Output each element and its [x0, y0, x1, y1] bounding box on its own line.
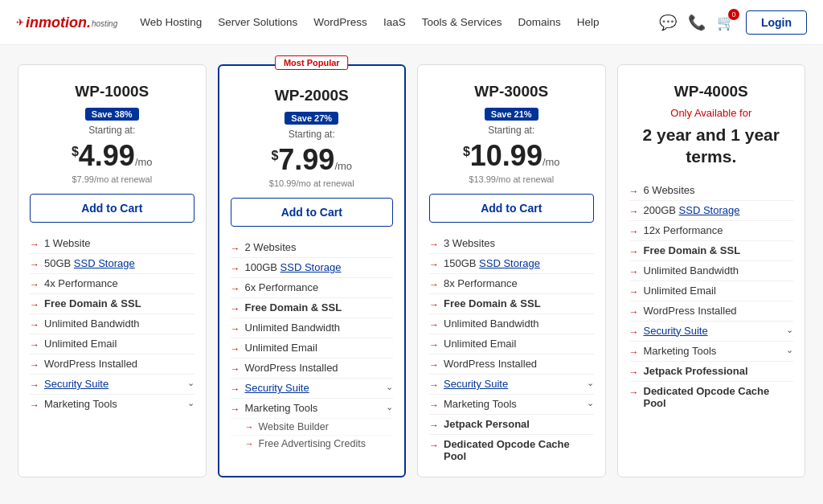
chevron-icon-wp-1000s-8[interactable]: ⌄ [187, 398, 194, 408]
logo-brand: inmotion. [26, 15, 91, 30]
chevron-icon-wp-2000s-7[interactable]: ⌄ [386, 382, 393, 392]
feature-item-wp-2000s-6: → WordPress Installed [231, 358, 394, 378]
feature-item-wp-4000s-3: → Free Domain & SSL [629, 240, 794, 260]
arrow-icon: → [429, 400, 439, 411]
arrow-icon: → [429, 259, 439, 270]
arrow-icon: → [30, 299, 39, 310]
arrow-icon: → [231, 343, 240, 354]
login-button[interactable]: Login [746, 10, 807, 35]
arrow-icon: → [629, 226, 639, 237]
arrow-icon: → [429, 299, 439, 310]
plans-grid: WP-1000SSave 38%Starting at:$4.99/mo$7.9… [18, 64, 805, 477]
feature-item-wp-3000s-2: → 8x Performance [429, 273, 594, 293]
phone-icon[interactable]: 📞 [688, 14, 706, 31]
starting-label-wp-3000s: Starting at: [429, 125, 594, 136]
add-to-cart-wp-3000s[interactable]: Add to Cart [429, 194, 594, 223]
feature-item-wp-3000s-0: → 3 Websites [429, 234, 594, 253]
save-badge-wp-1000s: Save 38% [85, 108, 139, 121]
chevron-icon-wp-3000s-7[interactable]: ⌄ [587, 378, 594, 388]
nav-domains[interactable]: Domains [518, 16, 560, 28]
price-wp-1000s: 4.99 [79, 139, 135, 172]
feature-link-wp-3000s-7[interactable]: Security Suite [444, 378, 508, 390]
nav-tools[interactable]: Tools & Services [422, 16, 502, 28]
arrow-icon: → [629, 306, 639, 318]
feature-link-wp-4000s-1[interactable]: SSD Storage [679, 204, 740, 216]
feature-item-wp-1000s-0: → 1 Website [30, 234, 194, 253]
feature-item-wp-2000s-2: → 6x Performance [231, 277, 394, 297]
sub-arrow-icon: → [245, 422, 254, 432]
arrow-icon: → [429, 319, 439, 330]
arrow-icon: → [629, 326, 639, 338]
starting-label-wp-2000s: Starting at: [231, 129, 394, 140]
nav-iaas[interactable]: IaaS [383, 16, 406, 28]
feature-item-wp-2000s-3: → Free Domain & SSL [231, 297, 394, 318]
arrow-icon: → [231, 283, 240, 294]
plan-name-wp-4000s: WP-4000S [629, 83, 794, 100]
arrow-icon: → [629, 206, 639, 217]
renewal-wp-2000s: $10.99/mo at renewal [231, 178, 394, 188]
save-badge-wp-2000s: Save 27% [285, 112, 338, 125]
feature-link-wp-1000s-7[interactable]: Security Suite [44, 378, 109, 390]
feature-link-wp-3000s-1[interactable]: SSD Storage [479, 257, 540, 269]
chevron-icon-wp-1000s-7[interactable]: ⌄ [187, 378, 194, 388]
arrow-icon: → [231, 303, 240, 314]
arrow-icon: → [30, 319, 39, 330]
chevron-icon-wp-2000s-8[interactable]: ⌄ [386, 402, 393, 412]
feature-item-wp-2000s-0: → 2 Websites [231, 238, 394, 257]
cart-icon[interactable]: 🛒0 [717, 14, 735, 31]
nav-web-hosting[interactable]: Web Hosting [140, 16, 202, 28]
arrow-icon: → [231, 323, 240, 334]
feature-link-wp-1000s-1[interactable]: SSD Storage [74, 257, 135, 269]
feature-item-wp-3000s-6: → WordPress Installed [429, 354, 594, 374]
arrow-icon: → [629, 346, 639, 358]
feature-list-wp-2000s: → 2 Websites → 100GB SSD Storage → 6x Pe… [231, 238, 394, 452]
nav-help[interactable]: Help [577, 16, 600, 28]
nav-wordpress[interactable]: WordPress [313, 16, 367, 28]
chevron-icon-wp-3000s-8[interactable]: ⌄ [587, 398, 594, 408]
feature-item-wp-1000s-4: → Unlimited Bandwidth [30, 313, 194, 334]
chevron-icon-wp-4000s-8[interactable]: ⌄ [786, 345, 793, 355]
arrow-icon: → [629, 387, 639, 398]
plan-name-wp-3000s: WP-3000S [429, 83, 594, 100]
feature-link-wp-2000s-1[interactable]: SSD Storage [280, 261, 342, 273]
feature-item-wp-3000s-1: → 150GB SSD Storage [429, 253, 594, 273]
feature-item-wp-3000s-9: → Jetpack Personal [429, 414, 594, 434]
chat-icon[interactable]: 💬 [659, 14, 677, 31]
nav-server-solutions[interactable]: Server Solutions [218, 16, 297, 28]
feature-item-wp-4000s-7: → Security Suite ⌄ [629, 321, 794, 341]
feature-item-wp-1000s-7: → Security Suite ⌄ [30, 374, 194, 394]
feature-item-wp-2000s-8: → Marketing Tools ⌄ [231, 398, 394, 418]
add-to-cart-wp-2000s[interactable]: Add to Cart [231, 198, 394, 227]
arrow-icon: → [429, 440, 439, 451]
feature-item-wp-1000s-8: → Marketing Tools ⌄ [30, 394, 194, 414]
arrow-icon: → [231, 404, 240, 415]
arrow-icon: → [30, 259, 39, 270]
feature-item-wp-4000s-8: → Marketing Tools ⌄ [629, 341, 794, 361]
logo[interactable]: ✈ inmotion. hosting [16, 15, 117, 30]
feature-item-wp-1000s-2: → 4x Performance [30, 273, 194, 293]
chevron-icon-wp-4000s-7[interactable]: ⌄ [786, 325, 793, 335]
feature-item-wp-3000s-8: → Marketing Tools ⌄ [429, 394, 594, 414]
feature-link-wp-4000s-7[interactable]: Security Suite [644, 325, 708, 337]
feature-item-wp-3000s-3: → Free Domain & SSL [429, 293, 594, 313]
plan-card-wp-4000s: WP-4000SOnly Available for2 year and 1 y… [617, 64, 806, 477]
feature-item-wp-4000s-5: → Unlimited Email [629, 281, 794, 301]
popular-badge: Most Popular [275, 55, 349, 70]
feature-item-wp-2000s-4: → Unlimited Bandwidth [231, 318, 394, 338]
plan-name-wp-2000s: WP-2000S [231, 87, 394, 104]
feature-item-wp-2000s-1: → 100GB SSD Storage [231, 257, 394, 277]
renewal-wp-1000s: $7.99/mo at renewal [30, 174, 194, 184]
nav-links: Web Hosting Server Solutions WordPress I… [140, 16, 659, 28]
feature-link-wp-2000s-7[interactable]: Security Suite [245, 382, 309, 394]
arrow-icon: → [429, 359, 439, 371]
feature-item-wp-1000s-1: → 50GB SSD Storage [30, 253, 194, 273]
nav-actions: 💬 📞 🛒0 Login [659, 10, 807, 35]
feature-item-wp-1000s-6: → WordPress Installed [30, 354, 194, 374]
feature-list-wp-1000s: → 1 Website → 50GB SSD Storage → 4x Perf… [30, 234, 194, 414]
feature-item-wp-3000s-4: → Unlimited Bandwidth [429, 313, 594, 334]
arrow-icon: → [429, 279, 439, 290]
add-to-cart-wp-1000s[interactable]: Add to Cart [30, 194, 194, 223]
sub-arrow-icon: → [245, 439, 254, 449]
arrow-icon: → [30, 400, 39, 411]
arrow-icon: → [231, 383, 240, 395]
